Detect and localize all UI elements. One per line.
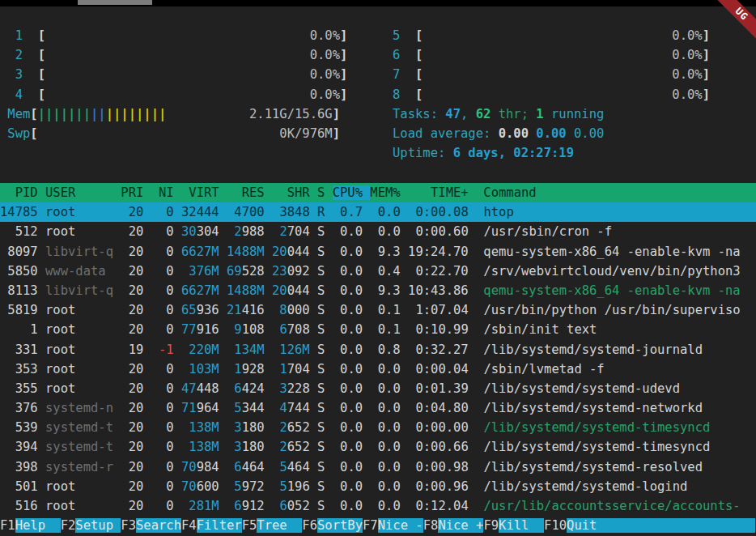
cell-mem: 0.0 xyxy=(370,362,408,376)
mem-number-hi: 69 xyxy=(227,264,242,279)
text-segment xyxy=(265,322,272,337)
header-cell-user[interactable]: USER xyxy=(45,185,121,200)
cell-state: S xyxy=(317,479,333,494)
text-segment xyxy=(310,224,317,239)
mem-number-hi: 6 xyxy=(234,381,241,396)
fnkey-help[interactable]: F1Help xyxy=(0,518,61,533)
process-row[interactable]: 331 root 19 -1 220M 134M 126M S 0.0 0.8 … xyxy=(0,340,756,359)
meter-bracket-open: [ xyxy=(415,28,423,43)
cell-pid: 516 xyxy=(0,499,45,513)
cell-time: 0:32.27 xyxy=(408,342,469,357)
cell-pri: 20 xyxy=(121,479,151,494)
terminal-top-bar xyxy=(0,0,756,6)
cell-cpu: 0.0 xyxy=(333,479,371,494)
cell-pid: 355 xyxy=(0,381,45,396)
text-segment xyxy=(272,401,279,415)
cell-pri: 19 xyxy=(121,342,151,357)
header-cell-mem[interactable]: MEM% xyxy=(370,185,408,200)
process-row[interactable]: 1 root 20 0 77916 9108 6708 S 0.0 0.1 0:… xyxy=(0,320,756,339)
process-row[interactable]: 394 systemd-t 20 0 138M 3180 2652 S 0.0 … xyxy=(0,437,756,457)
mem-number-hi: 103M xyxy=(189,362,219,376)
fnkey-tree[interactable]: F5Tree xyxy=(242,518,303,533)
mem-number-hi: 65 xyxy=(181,303,197,317)
mem-number-lo: 448 xyxy=(197,381,219,396)
cell-mem: 0.1 xyxy=(370,322,408,337)
text-segment xyxy=(219,205,227,219)
text-segment xyxy=(0,67,15,82)
mem-number-lo: 424 xyxy=(242,381,265,396)
load-1min: 0.00 xyxy=(499,126,529,141)
cell-state: S xyxy=(317,322,333,337)
text-segment xyxy=(310,401,317,415)
process-row[interactable]: 5819 root 20 0 65936 21416 8000 S 0.0 0.… xyxy=(0,300,756,320)
fnkey-quit[interactable]: F10Quit xyxy=(544,518,755,533)
process-row[interactable]: 501 root 20 0 70600 5972 5196 S 0.0 0.0 … xyxy=(0,477,756,496)
cell-user: root xyxy=(45,205,121,219)
process-row[interactable]: 14785 root 20 0 32444 4700 3848 R 0.7 0.… xyxy=(0,202,756,222)
text-segment xyxy=(272,499,279,513)
cell-state: S xyxy=(317,499,333,513)
load-15min: 0.00 xyxy=(574,126,604,141)
text-segment xyxy=(265,342,272,357)
debug-ribbon: UG xyxy=(703,0,756,53)
process-row[interactable]: 398 systemd-r 20 0 70984 6464 5464 S 0.0… xyxy=(0,457,756,477)
fnkey-nice-[interactable]: F7Nice - xyxy=(363,518,423,533)
cell-pri: 20 xyxy=(121,245,151,259)
cpu-meter-value: 0.0% xyxy=(45,67,340,82)
window-tab[interactable] xyxy=(78,0,152,5)
process-row[interactable]: 8113 libvirt-q 20 0 6627M 1488M 20044 S … xyxy=(0,281,756,300)
cell-user: libvirt-q xyxy=(45,245,121,259)
fnkey-sortby[interactable]: F6SortBy xyxy=(302,518,363,533)
text-segment xyxy=(265,499,272,513)
process-row[interactable]: 376 systemd-n 20 0 71964 5344 4744 S 0.0… xyxy=(0,398,756,418)
text-segment xyxy=(227,224,234,239)
header-cell-res[interactable]: RES xyxy=(227,185,272,200)
cpu-meter-id: 1 xyxy=(15,28,23,43)
fnkey-filter[interactable]: F4Filter xyxy=(181,518,242,533)
header-cell-pri[interactable]: PRI xyxy=(121,185,151,200)
text-segment xyxy=(310,264,317,279)
fnkey-label: Search xyxy=(136,518,181,533)
fnkey-nice-[interactable]: F8Nice + xyxy=(423,518,484,533)
header-cell-state[interactable]: S xyxy=(317,185,333,200)
process-row[interactable]: 8097 libvirt-q 20 0 6627M 1488M 20044 S … xyxy=(0,242,756,262)
header-cell-command[interactable]: Command xyxy=(469,185,537,200)
process-row[interactable]: 355 root 20 0 47448 6424 3228 S 0.0 0.0 … xyxy=(0,379,756,398)
uptime-value: 6 days, 02:27:19 xyxy=(453,146,574,160)
header-cell-ni[interactable]: NI xyxy=(151,185,181,200)
mem-number-lo: 092 xyxy=(287,264,310,279)
mem-number-lo: 304 xyxy=(197,224,219,239)
process-row[interactable]: 353 root 20 0 103M 1928 1704 S 0.0 0.0 0… xyxy=(0,359,756,379)
process-row[interactable]: 5850 www-data 20 0 376M 69528 23092 S 0.… xyxy=(0,262,756,281)
cell-command: /usr/lib/accountsservice/accounts- xyxy=(469,499,756,513)
cell-command: /sbin/init text xyxy=(469,322,756,337)
header-cell-time[interactable]: TIME+ xyxy=(408,185,469,200)
text-segment xyxy=(310,362,317,376)
cell-cpu: 0.0 xyxy=(333,499,371,513)
header-cell-pid[interactable]: PID xyxy=(0,185,45,200)
meter-bracket-open: [ xyxy=(415,87,423,102)
meter-bracket-close: ] xyxy=(333,107,340,121)
cell-state: S xyxy=(317,303,333,317)
header-cell-cpu-sort[interactable]: CPU% xyxy=(333,185,371,200)
process-row[interactable]: 516 root 20 0 281M 6912 6052 S 0.0 0.0 0… xyxy=(0,496,756,516)
process-row[interactable]: 539 systemd-t 20 0 138M 3180 2652 S 0.0 … xyxy=(0,418,756,437)
process-row[interactable]: 512 root 20 0 30304 2988 2704 S 0.0 0.0 … xyxy=(0,222,756,241)
text-segment xyxy=(219,322,227,337)
cpu-meter-4: 4 [ 0.0%] xyxy=(0,85,347,104)
cell-pid: 394 xyxy=(0,440,45,454)
fnkey-setup[interactable]: F2Setup xyxy=(61,518,121,533)
fnkey-search[interactable]: F3Search xyxy=(121,518,181,533)
mem-number-hi: 3 xyxy=(234,440,241,454)
fnkey-kill[interactable]: F9Kill xyxy=(483,518,544,533)
text-segment xyxy=(219,303,227,317)
mem-number-lo: 984 xyxy=(197,460,219,474)
header-cell-shr[interactable]: SHR xyxy=(272,185,317,200)
mem-number-hi: 32 xyxy=(181,205,197,219)
fnkey-number: F10 xyxy=(544,518,567,533)
text-segment xyxy=(0,87,15,102)
text-segment xyxy=(310,381,317,396)
mem-number-lo: 972 xyxy=(242,479,265,494)
cpu-meter-value: 0.0% xyxy=(45,28,340,43)
header-cell-virt[interactable]: VIRT xyxy=(181,185,227,200)
